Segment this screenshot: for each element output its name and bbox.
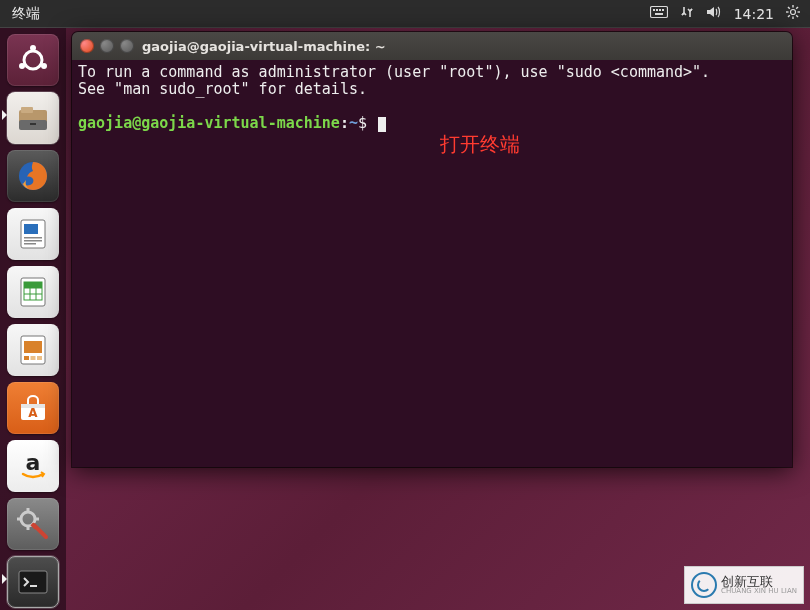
terminal-icon [15,564,51,600]
svg-rect-28 [24,243,36,245]
svg-rect-35 [24,282,42,288]
svg-line-13 [788,15,790,17]
svg-rect-26 [24,237,42,239]
svg-point-15 [24,51,42,69]
sound-icon[interactable] [706,5,722,22]
keyboard-icon[interactable] [650,5,668,22]
clock-time[interactable]: 14:21 [734,6,774,22]
window-close-button[interactable] [80,39,94,53]
firefox-launcher[interactable] [7,150,59,202]
files-icon [15,100,51,136]
ubuntu-software-launcher[interactable]: A [7,382,59,434]
svg-text:A: A [28,406,38,420]
libreoffice-writer-launcher[interactable] [7,208,59,260]
prompt-path: ~ [349,114,358,132]
svg-rect-25 [24,224,38,234]
watermark: 创新互联 CHUANG XIN HU LIAN [684,566,804,604]
files-launcher[interactable] [7,92,59,144]
window-titlebar[interactable]: gaojia@gaojia-virtual-machine: ~ [72,32,792,60]
amazon-icon: a [15,448,51,484]
terminal-launcher[interactable] [7,556,59,608]
svg-line-14 [796,7,798,9]
svg-rect-50 [19,571,47,593]
terminal-body[interactable]: To run a command as administrator (user … [72,60,792,467]
svg-rect-2 [656,9,658,11]
svg-point-17 [19,63,25,69]
svg-rect-22 [30,123,36,125]
svg-text:a: a [26,450,41,475]
settings-icon [14,505,52,543]
svg-rect-38 [24,356,29,360]
dash-launcher[interactable] [7,34,59,86]
system-settings-launcher[interactable] [7,498,59,550]
svg-rect-3 [659,9,661,11]
window-maximize-button[interactable] [120,39,134,53]
svg-point-18 [41,63,47,69]
svg-point-16 [30,45,36,51]
ubuntu-logo-icon [16,43,50,77]
svg-rect-4 [662,9,664,11]
svg-rect-39 [31,356,36,360]
watermark-subtext: CHUANG XIN HU LIAN [721,588,797,595]
svg-rect-1 [653,9,655,11]
unity-launcher: A a [0,28,66,610]
terminal-output-line: To run a command as administrator (user … [78,63,710,81]
annotation-label: 打开终端 [440,136,520,153]
svg-rect-0 [650,7,667,18]
firefox-icon [13,156,53,196]
svg-line-12 [796,15,798,17]
calc-icon [15,274,51,310]
impress-icon [15,332,51,368]
terminal-output-line: See "man sudo_root" for details. [78,80,367,98]
svg-line-11 [788,7,790,9]
window-title: gaojia@gaojia-virtual-machine: ~ [142,39,386,54]
software-center-icon: A [15,390,51,426]
svg-rect-5 [655,13,663,15]
svg-rect-20 [21,107,33,113]
svg-rect-40 [37,356,42,360]
svg-rect-37 [24,341,42,353]
network-icon[interactable] [680,5,694,22]
terminal-window: gaojia@gaojia-virtual-machine: ~ To run … [72,32,792,467]
svg-rect-27 [24,240,42,242]
svg-point-6 [791,10,796,15]
terminal-cursor [378,117,386,132]
active-app-name: 终端 [6,5,46,23]
gear-icon[interactable] [786,5,800,22]
libreoffice-calc-launcher[interactable] [7,266,59,318]
prompt-colon: : [340,114,349,132]
top-menubar: 终端 14:21 [0,0,810,28]
writer-icon [15,216,51,252]
window-minimize-button[interactable] [100,39,114,53]
prompt-dollar: $ [358,114,367,132]
prompt-user: gaojia@gaojia-virtual-machine [78,114,340,132]
amazon-launcher[interactable]: a [7,440,59,492]
watermark-logo-icon [691,572,717,598]
system-tray: 14:21 [650,5,804,22]
libreoffice-impress-launcher[interactable] [7,324,59,376]
